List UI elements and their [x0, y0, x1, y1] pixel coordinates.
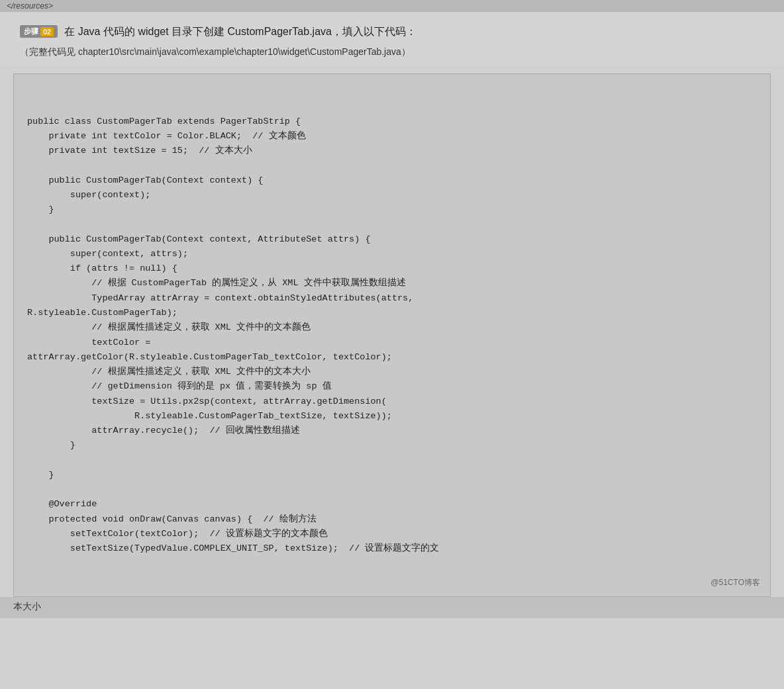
step-badge: 步骤 02 — [20, 25, 58, 38]
code-line: protected void onDraw(Canvas canvas) { /… — [27, 512, 757, 527]
code-block: public class CustomPagerTab extends Page… — [13, 73, 771, 597]
code-line: // 根据属性描述定义，获取 XML 文件中的文本颜色 — [27, 320, 757, 335]
code-line: R.styleable.CustomPagerTab); — [27, 306, 757, 320]
code-line: attrArray.getColor(R.styleable.CustomPag… — [27, 350, 757, 365]
code-line: TypedArray attrArray = context.obtainSty… — [27, 291, 757, 306]
step-header: 步骤 02 在 Java 代码的 widget 目录下创建 CustomPage… — [20, 24, 764, 40]
code-line: // 根据 CustomPagerTab 的属性定义，从 XML 文件中获取属性… — [27, 276, 757, 291]
code-line: public class CustomPagerTab extends Page… — [27, 115, 757, 129]
page-container: </resources> 步骤 02 在 Java 代码的 widget 目录下… — [0, 0, 784, 689]
step-subtext: （完整代码见 chapter10\src\main\java\com\examp… — [20, 45, 764, 59]
code-line: super(context, attrs); — [27, 247, 757, 261]
code-line: R.styleable.CustomPagerTab_textSize, tex… — [27, 409, 757, 424]
code-line: textColor = — [27, 336, 757, 350]
badge-number-label: 02 — [40, 27, 54, 36]
code-line: private int textColor = Color.BLACK; // … — [27, 129, 757, 144]
watermark-label: @51CTO博客 — [710, 576, 760, 590]
code-line: setTextColor(textColor); // 设置标题文字的文本颜色 — [27, 527, 757, 541]
code-line: // 根据属性描述定义，获取 XML 文件中的文本大小 — [27, 365, 757, 379]
code-line — [27, 217, 757, 232]
code-line: } — [27, 203, 757, 217]
top-strip: </resources> — [0, 0, 784, 12]
code-line: super(context); — [27, 188, 757, 203]
code-line: @Override — [27, 497, 757, 512]
code-line — [27, 482, 757, 497]
instruction-section: 步骤 02 在 Java 代码的 widget 目录下创建 CustomPage… — [0, 12, 784, 66]
code-line: } — [27, 468, 757, 482]
code-line — [27, 158, 757, 173]
badge-prefix-label: 步骤 — [24, 26, 38, 36]
code-line: } — [27, 438, 757, 453]
code-line: // getDimension 得到的是 px 值，需要转换为 sp 值 — [27, 379, 757, 394]
bottom-text: 本大小 — [13, 601, 41, 612]
code-line: attrArray.recycle(); // 回收属性数组描述 — [27, 424, 757, 438]
code-line: public CustomPagerTab(Context context, A… — [27, 232, 757, 247]
code-line: private int textSize = 15; // 文本大小 — [27, 144, 757, 158]
code-line: setTextSize(TypedValue.COMPLEX_UNIT_SP, … — [27, 541, 757, 556]
code-line: textSize = Utils.px2sp(context, attrArra… — [27, 394, 757, 409]
code-line — [27, 453, 757, 468]
code-line: public CustomPagerTab(Context context) { — [27, 173, 757, 188]
code-line: if (attrs != null) { — [27, 261, 757, 276]
top-tag: </resources> — [7, 1, 53, 11]
bottom-bar: 本大小 — [0, 597, 784, 618]
step-text: 在 Java 代码的 widget 目录下创建 CustomPagerTab.j… — [64, 24, 416, 40]
